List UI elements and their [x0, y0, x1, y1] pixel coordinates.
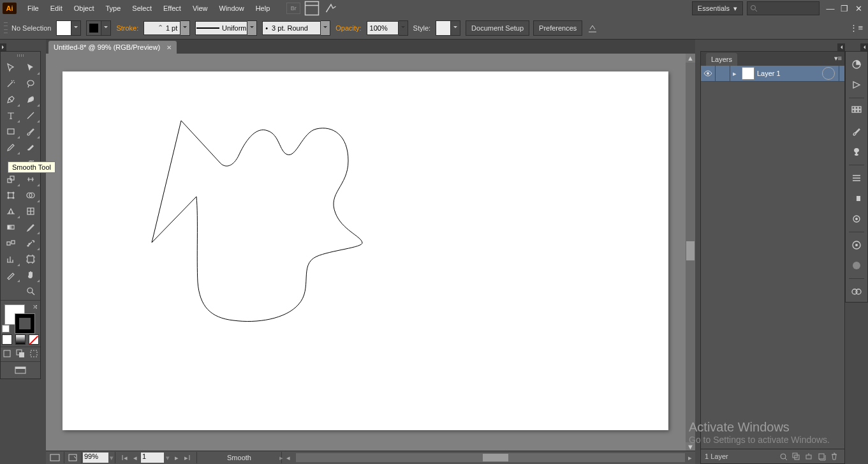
swap-fill-stroke-icon[interactable]: ⤭ — [33, 303, 38, 310]
scroll-up-icon[interactable]: ▲ — [686, 54, 695, 63]
layers-panel-menu-icon[interactable]: ▾≡ — [834, 54, 842, 63]
transparency-panel-icon[interactable] — [848, 210, 865, 228]
color-mode-button[interactable] — [2, 334, 12, 345]
slice-tool[interactable] — [1, 267, 20, 283]
right-dock-collapse-tab[interactable] — [860, 43, 868, 51]
artboard-number-input[interactable]: 1 — [141, 453, 164, 463]
artboard-tool[interactable] — [20, 251, 40, 267]
stroke-color[interactable] — [15, 313, 35, 334]
workspace-switcher[interactable]: Essentials ▾ — [692, 1, 743, 15]
artboard-nav-icon[interactable] — [64, 452, 82, 463]
blend-tool[interactable] — [1, 235, 20, 251]
menu-edit[interactable]: Edit — [45, 0, 68, 17]
shape-builder-tool[interactable] — [20, 187, 40, 203]
screen-mode-button[interactable] — [1, 363, 40, 378]
align-to-icon[interactable] — [586, 22, 599, 34]
type-tool[interactable] — [1, 107, 20, 123]
fill-stroke-control[interactable]: ⤭ — [1, 302, 40, 334]
scale-tool[interactable] — [1, 171, 20, 187]
line-segment-tool[interactable] — [20, 107, 40, 123]
opacity-input[interactable]: 100% — [367, 21, 399, 35]
layer-target-icon[interactable] — [822, 67, 835, 80]
stroke-swatch[interactable] — [86, 20, 101, 36]
scroll-thumb[interactable] — [686, 241, 695, 260]
gradient-mode-button[interactable] — [15, 334, 26, 345]
style-dropdown[interactable] — [451, 20, 460, 36]
mesh-tool[interactable] — [20, 203, 40, 219]
horizontal-scrollbar[interactable] — [296, 453, 685, 462]
new-layer-icon[interactable] — [816, 451, 827, 462]
menu-effect[interactable]: Effect — [158, 0, 187, 17]
perspective-grid-tool[interactable] — [1, 203, 20, 219]
zoom-input[interactable]: 99% — [83, 453, 108, 463]
eyedropper-tool[interactable] — [20, 219, 40, 235]
hand-tool[interactable] — [20, 267, 40, 283]
locate-object-icon[interactable] — [777, 451, 789, 462]
symbols-panel-icon[interactable] — [848, 143, 865, 161]
arrange-documents-icon[interactable] — [304, 2, 320, 15]
blob-brush-tool[interactable] — [20, 139, 40, 155]
fill-dropdown[interactable] — [71, 20, 81, 36]
gradient-tool[interactable] — [1, 219, 20, 235]
brush-definition[interactable]: •3 pt. Round — [262, 21, 321, 35]
menu-file[interactable]: File — [22, 0, 45, 17]
appearance-panel-icon[interactable] — [848, 236, 865, 254]
magic-wand-tool[interactable] — [1, 75, 20, 91]
stroke-label[interactable]: Stroke: — [116, 24, 138, 32]
gradient-panel-icon[interactable] — [848, 190, 865, 207]
color-panel-icon[interactable] — [848, 56, 865, 73]
stroke-dropdown[interactable] — [101, 20, 111, 36]
menu-select[interactable]: Select — [126, 0, 158, 17]
hscroll-left-icon[interactable]: ◂ — [284, 453, 293, 462]
make-clipping-mask-icon[interactable] — [790, 451, 802, 462]
hscroll-right-icon[interactable]: ▸ — [686, 453, 695, 462]
swatches-panel-icon[interactable] — [848, 102, 865, 120]
document-tab[interactable]: Untitled-8* @ 99% (RGB/Preview) ✕ — [48, 41, 177, 54]
brushes-panel-icon[interactable] — [848, 123, 865, 140]
menu-type[interactable]: Type — [100, 0, 127, 17]
draw-behind-icon[interactable] — [16, 349, 25, 359]
color-guide-panel-icon[interactable] — [848, 76, 865, 94]
free-transform-tool[interactable] — [1, 187, 20, 203]
search-input[interactable] — [747, 1, 820, 15]
first-artboard-button[interactable]: I◂ — [120, 453, 129, 462]
lasso-tool[interactable] — [20, 75, 40, 91]
none-mode-button[interactable] — [29, 334, 39, 345]
layer-visibility-icon[interactable] — [701, 66, 716, 81]
stroke-profile-dropdown[interactable] — [247, 20, 257, 36]
prev-artboard-button[interactable]: ◂ — [131, 453, 140, 462]
menu-window[interactable]: Window — [214, 0, 250, 17]
layers-collapse-tab[interactable] — [837, 43, 845, 51]
stroke-weight-dropdown[interactable] — [180, 20, 190, 36]
options-overflow-icon[interactable]: ⋮≡ — [850, 23, 863, 33]
opacity-label[interactable]: Opacity: — [335, 24, 361, 32]
layers-tab[interactable]: Layers — [706, 53, 737, 66]
libraries-panel-icon[interactable] — [848, 283, 865, 301]
new-sublayer-icon[interactable] — [803, 451, 814, 462]
zoom-tool[interactable] — [20, 283, 40, 299]
pen-tool[interactable] — [1, 91, 20, 107]
options-grip-icon[interactable] — [4, 21, 8, 35]
default-fill-stroke-icon[interactable] — [2, 325, 10, 333]
window-close-button[interactable]: ✕ — [851, 3, 865, 14]
draw-inside-icon[interactable] — [29, 349, 38, 359]
vertical-scrollbar[interactable]: ▲ ▼ — [686, 54, 695, 451]
bridge-icon[interactable]: Br — [286, 3, 300, 14]
layer-name[interactable]: Layer 1 — [757, 70, 822, 77]
layer-row[interactable]: ▸ Layer 1 — [701, 66, 844, 82]
fill-swatch[interactable] — [56, 20, 71, 36]
stroke-weight-input[interactable]: ⌃1 pt — [143, 21, 180, 35]
menu-view[interactable]: View — [187, 0, 214, 17]
document-setup-button[interactable]: Document Setup — [466, 20, 529, 36]
window-minimize-button[interactable]: — — [823, 3, 837, 14]
menu-object[interactable]: Object — [68, 0, 100, 17]
preferences-button[interactable]: Preferences — [533, 20, 582, 36]
curvature-tool[interactable] — [20, 91, 40, 107]
last-artboard-button[interactable]: ▸I — [183, 453, 192, 462]
brush-definition-dropdown[interactable] — [321, 20, 330, 36]
toolbox-collapse-tab[interactable] — [0, 43, 6, 51]
gpu-preview-icon[interactable] — [323, 2, 339, 15]
style-swatch[interactable] — [436, 20, 451, 36]
hscroll-thumb[interactable] — [483, 454, 508, 461]
scroll-down-icon[interactable]: ▼ — [686, 442, 695, 451]
